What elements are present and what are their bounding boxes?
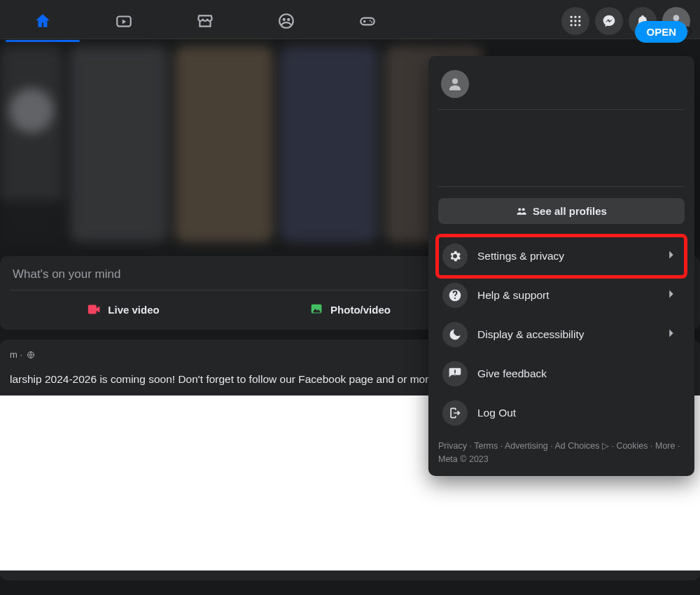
svg-point-12: [578, 20, 580, 22]
messenger-button[interactable]: [595, 7, 623, 35]
svg-point-15: [578, 24, 580, 26]
footer-meta: Meta © 2023: [438, 454, 489, 464]
grid-icon: [568, 14, 582, 28]
people-icon: [516, 206, 527, 217]
top-navigation: [0, 0, 700, 39]
nav-gaming[interactable]: [329, 3, 406, 39]
menu-button[interactable]: [561, 7, 589, 35]
svg-point-13: [570, 24, 573, 26]
svg-point-2: [283, 18, 286, 20]
video-icon: [115, 12, 133, 30]
create-story[interactable]: [0, 46, 63, 242]
svg-point-24: [522, 208, 525, 211]
svg-point-6: [371, 21, 372, 22]
svg-point-5: [370, 20, 371, 21]
nav-home[interactable]: [4, 3, 81, 39]
svg-point-14: [574, 24, 576, 26]
camera-icon: [87, 302, 102, 317]
svg-point-8: [574, 15, 576, 18]
story-card[interactable]: [175, 46, 273, 242]
gear-icon: [448, 249, 462, 263]
svg-point-10: [570, 20, 573, 22]
dropdown-footer: Privacy · Terms · Advertising · Ad Choic…: [438, 440, 685, 466]
svg-rect-4: [360, 18, 374, 24]
moon-icon: [448, 328, 462, 342]
live-video-label: Live video: [108, 304, 159, 316]
svg-point-23: [518, 208, 521, 211]
profile-avatar: [441, 70, 469, 98]
photo-video-label: Photo/video: [330, 304, 391, 316]
footer-privacy[interactable]: Privacy: [438, 441, 467, 451]
give-feedback-label: Give feedback: [477, 368, 547, 380]
help-support-item[interactable]: Help & support: [438, 276, 685, 315]
footer-ad-choices[interactable]: Ad Choices: [555, 441, 600, 451]
chevron-right-icon: [664, 247, 679, 262]
logout-label: Log Out: [477, 407, 516, 419]
svg-point-1: [279, 14, 293, 28]
messenger-icon: [602, 14, 616, 28]
chevron-right-icon: [664, 286, 679, 302]
give-feedback-item[interactable]: Give feedback: [438, 354, 685, 393]
photo-icon: [309, 302, 325, 317]
footer-more[interactable]: More: [655, 441, 675, 451]
story-card[interactable]: [70, 46, 168, 242]
footer-advertising[interactable]: Advertising: [505, 441, 548, 451]
profile-row[interactable]: [438, 66, 685, 110]
svg-point-9: [578, 15, 580, 18]
chevron-right-icon: [664, 326, 679, 341]
post-time: m ·: [10, 349, 22, 360]
marketplace-icon: [196, 12, 214, 30]
story-card[interactable]: [280, 46, 378, 242]
globe-icon: [27, 351, 35, 359]
groups-icon: [277, 12, 295, 30]
logout-icon: [448, 406, 462, 420]
gaming-icon: [358, 12, 377, 30]
footer-terms[interactable]: Terms: [474, 441, 498, 451]
svg-point-22: [452, 78, 458, 84]
svg-point-11: [574, 20, 576, 22]
svg-point-16: [673, 15, 680, 21]
nav-groups[interactable]: [248, 3, 325, 39]
display-accessibility-label: Display & accessibility: [477, 328, 584, 341]
feedback-icon: [448, 367, 462, 381]
nav-video[interactable]: [85, 3, 162, 39]
see-all-profiles-button[interactable]: See all profiles: [438, 198, 685, 224]
open-button[interactable]: OPEN: [635, 21, 687, 43]
avatar-icon: [447, 76, 463, 92]
nav-marketplace[interactable]: [167, 3, 244, 39]
see-all-profiles-label: See all profiles: [533, 205, 607, 217]
display-accessibility-item[interactable]: Display & accessibility: [438, 315, 685, 354]
help-support-label: Help & support: [477, 289, 550, 302]
live-video-button[interactable]: Live video: [10, 296, 237, 323]
logout-item[interactable]: Log Out: [438, 393, 685, 433]
svg-point-7: [570, 15, 573, 18]
settings-privacy-label: Settings & privacy: [477, 250, 564, 262]
home-icon: [34, 12, 52, 30]
footer-cookies[interactable]: Cookies: [616, 441, 648, 451]
account-menu: See all profiles Settings & privacy Help…: [428, 56, 694, 476]
help-icon: [448, 288, 462, 302]
svg-point-3: [287, 18, 290, 20]
settings-privacy-item[interactable]: Settings & privacy: [438, 237, 685, 276]
